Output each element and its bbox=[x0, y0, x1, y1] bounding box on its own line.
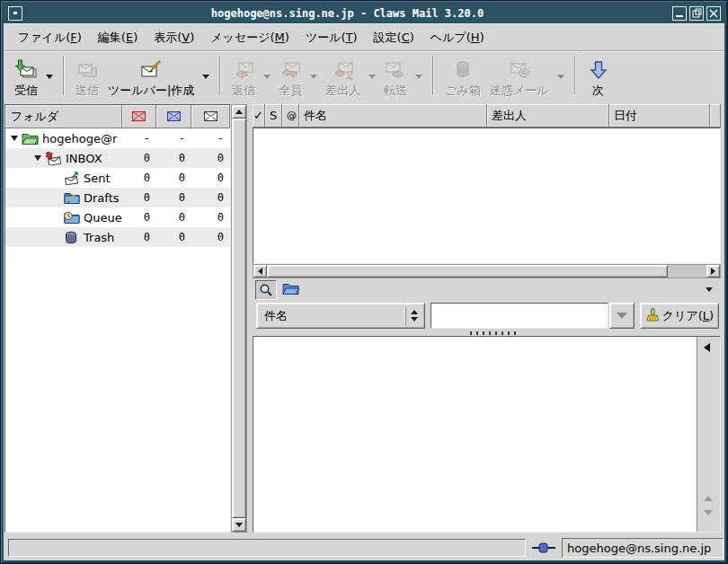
menu-edit[interactable]: 編集(E) bbox=[90, 28, 146, 48]
close-button[interactable] bbox=[706, 6, 721, 21]
triangle-up-icon bbox=[235, 110, 243, 114]
new-mail-icon bbox=[132, 111, 146, 121]
compose-button[interactable]: ツールバー|作成 bbox=[103, 55, 199, 100]
total-count-column-header[interactable] bbox=[191, 105, 230, 128]
open-folder-icon bbox=[282, 282, 299, 295]
resize-grip[interactable] bbox=[470, 331, 519, 335]
mime-collapse-icon[interactable] bbox=[704, 343, 710, 352]
compose-mail-icon bbox=[139, 59, 163, 81]
search-input[interactable] bbox=[431, 303, 608, 329]
receive-label: 受信 bbox=[14, 83, 38, 99]
new-count: 0 bbox=[122, 211, 156, 224]
menu-view[interactable]: 表示(V) bbox=[146, 28, 202, 48]
mime-scroll-down-icon[interactable] bbox=[704, 510, 713, 516]
folder-row-drafts[interactable]: Drafts 0 0 0 bbox=[5, 188, 230, 207]
reply-sender-label: 差出人 bbox=[325, 83, 360, 99]
scroll-up-button[interactable] bbox=[232, 105, 246, 119]
scrollbar-thumb[interactable] bbox=[267, 265, 668, 278]
toolbar-separator bbox=[219, 57, 221, 94]
unread-count: 0 bbox=[156, 191, 191, 204]
menu-message[interactable]: メッセージ(M) bbox=[202, 28, 297, 48]
clear-search-button[interactable]: クリア(L) bbox=[640, 303, 719, 329]
queue-folder-icon bbox=[63, 211, 80, 224]
reply-sender-dropdown[interactable] bbox=[365, 55, 379, 98]
search-folder-button[interactable] bbox=[282, 282, 299, 297]
forward-dropdown[interactable] bbox=[412, 55, 426, 98]
folder-column-header[interactable]: フォルダ bbox=[5, 105, 122, 128]
chevron-down-icon bbox=[415, 75, 422, 79]
folder-name: hogehoge@r bbox=[42, 132, 117, 145]
forward-button[interactable]: 転送 bbox=[379, 55, 412, 100]
subject-column-header[interactable]: 件名 bbox=[299, 104, 487, 128]
folder-row-sent[interactable]: Sent 0 0 0 bbox=[5, 168, 230, 188]
status-column-header[interactable]: S bbox=[265, 104, 282, 128]
mime-scroll-up-icon[interactable] bbox=[704, 496, 713, 501]
new-count: 0 bbox=[122, 191, 156, 204]
attachment-column-header[interactable]: @ bbox=[282, 104, 299, 128]
unread-count-column-header[interactable] bbox=[156, 105, 191, 128]
send-button[interactable]: 送信 bbox=[71, 55, 103, 100]
spam-dropdown[interactable] bbox=[554, 55, 568, 98]
chevron-down-icon bbox=[310, 75, 317, 79]
search-toggle-button[interactable] bbox=[255, 280, 277, 300]
scrollbar-thumb[interactable] bbox=[232, 119, 246, 518]
folder-row-queue[interactable]: Queue 0 0 0 bbox=[5, 207, 230, 227]
unread-count: 0 bbox=[156, 172, 191, 184]
menu-tools[interactable]: ツール(T) bbox=[297, 28, 366, 48]
receive-dropdown[interactable] bbox=[42, 55, 57, 98]
reply-sender-icon bbox=[332, 59, 355, 81]
folder-row-trash[interactable]: Trash 0 0 0 bbox=[5, 227, 230, 247]
window-menu-button[interactable] bbox=[8, 6, 22, 21]
next-button[interactable]: 次 bbox=[582, 55, 615, 100]
date-column-header[interactable]: 日付 bbox=[609, 104, 710, 128]
forward-label: 転送 bbox=[384, 83, 407, 99]
status-bar: hogehoge@ns.sing.ne.jp bbox=[4, 536, 724, 560]
reply-all-dropdown[interactable] bbox=[306, 55, 321, 98]
receive-button[interactable]: 受信 bbox=[10, 55, 42, 100]
scroll-right-button[interactable] bbox=[706, 265, 720, 278]
scroll-left-button[interactable] bbox=[253, 265, 267, 278]
search-type-combo[interactable]: 件名 bbox=[256, 303, 425, 329]
message-view[interactable] bbox=[253, 336, 721, 533]
reply-all-label: 全員 bbox=[279, 83, 302, 99]
online-toggle[interactable] bbox=[532, 542, 555, 556]
spam-button[interactable]: 迷惑メール bbox=[485, 55, 554, 100]
new-count: 0 bbox=[122, 152, 156, 164]
maximize-icon bbox=[692, 8, 702, 18]
titlebar[interactable]: hogehoge@ns.sing.ne.jp - Claws Mail 3.20… bbox=[4, 4, 724, 22]
menu-configuration[interactable]: 設定(C) bbox=[366, 28, 422, 48]
folder-pane: フォルダ bbox=[4, 104, 231, 533]
compose-dropdown[interactable] bbox=[199, 55, 213, 98]
chevron-down-icon bbox=[202, 75, 209, 79]
mark-column-header[interactable]: ✓ bbox=[253, 104, 265, 128]
expander-icon[interactable] bbox=[11, 136, 18, 141]
toolbar-separator bbox=[574, 57, 576, 94]
close-icon bbox=[709, 9, 718, 18]
quick-search-options-dropdown[interactable] bbox=[706, 287, 713, 292]
menu-help[interactable]: ヘルプ(H) bbox=[422, 28, 493, 48]
search-history-dropdown[interactable] bbox=[609, 303, 635, 329]
menu-file[interactable]: ファイル(F) bbox=[10, 28, 90, 48]
status-message-area bbox=[8, 539, 526, 557]
next-label: 次 bbox=[592, 83, 604, 99]
reply-sender-button[interactable]: 差出人 bbox=[321, 55, 365, 100]
receive-mail-icon bbox=[14, 59, 38, 81]
reply-all-button[interactable]: 全員 bbox=[274, 55, 306, 100]
message-list[interactable] bbox=[253, 128, 721, 264]
scroll-down-button[interactable] bbox=[232, 518, 246, 532]
expander-icon[interactable] bbox=[34, 155, 41, 161]
message-list-hscrollbar[interactable] bbox=[253, 264, 721, 278]
folder-row-inbox[interactable]: INBOX 0 0 0 bbox=[5, 148, 230, 168]
folder-scrollbar[interactable] bbox=[231, 104, 247, 533]
folder-list-header: フォルダ bbox=[5, 105, 230, 128]
reply-button[interactable]: 返信 bbox=[227, 55, 260, 100]
trash-button[interactable]: ごみ箱 bbox=[440, 55, 485, 100]
maximize-button[interactable] bbox=[689, 6, 704, 21]
folder-row-account[interactable]: hogehoge@r - - - bbox=[5, 128, 230, 148]
new-count-column-header[interactable] bbox=[122, 105, 156, 128]
reply-dropdown[interactable] bbox=[260, 55, 274, 98]
window-title: hogehoge@ns.sing.ne.jp - Claws Mail 3.20… bbox=[22, 7, 672, 20]
from-column-header[interactable]: 差出人 bbox=[487, 104, 609, 128]
minimize-button[interactable] bbox=[672, 6, 687, 21]
total-count: 0 bbox=[191, 191, 230, 204]
